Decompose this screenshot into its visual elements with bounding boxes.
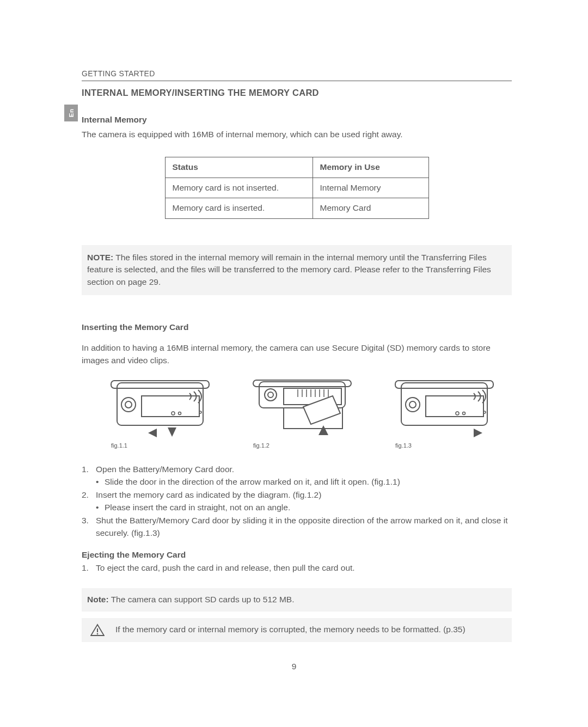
svg-point-27: [456, 412, 459, 415]
note2-text: The camera can support SD cards up to 51…: [109, 595, 295, 604]
warning-icon: [90, 624, 105, 637]
page-title: INTERNAL MEMORY/INSERTING THE MEMORY CAR…: [82, 87, 512, 100]
svg-marker-22: [318, 425, 328, 435]
note2-label: Note:: [87, 595, 109, 604]
svg-point-6: [199, 411, 201, 413]
section-header: GETTING STARTED: [82, 68, 512, 81]
note-box-2: Note: The camera can support SD cards up…: [82, 588, 512, 611]
ejecting-step: To eject the card, push the card in and …: [82, 562, 512, 574]
svg-point-26: [409, 401, 416, 408]
camera-diagram-icon: [109, 380, 211, 438]
step-sub: Please insert the card in straight, not …: [96, 502, 512, 514]
figure: fig.1.3: [393, 380, 495, 450]
figure-caption: fig.1.1: [109, 442, 127, 450]
svg-point-29: [483, 411, 486, 413]
svg-marker-30: [474, 429, 482, 437]
svg-point-25: [406, 398, 420, 412]
list-item: Shut the Battery/Memory Card door by sli…: [82, 515, 512, 539]
page-content: GETTING STARTED INTERNAL MEMORY/INSERTIN…: [0, 0, 588, 697]
table-row: Memory card is not inserted. Internal Me…: [165, 178, 428, 198]
camera-diagram-icon: [251, 380, 353, 438]
internal-memory-heading: Internal Memory: [82, 114, 512, 126]
svg-rect-23: [401, 383, 487, 425]
warning-text: If the memory card or internal memory is…: [115, 624, 465, 636]
page-number: 9: [0, 661, 588, 673]
list-item: Open the Battery/Memory Card door. Slide…: [82, 463, 512, 488]
figure: fig.1.1: [109, 380, 211, 450]
svg-point-12: [268, 392, 273, 398]
svg-marker-7: [148, 429, 157, 437]
note-label: NOTE:: [87, 253, 113, 262]
table-cell: Internal Memory: [313, 178, 428, 198]
svg-rect-1: [111, 381, 209, 388]
table-cell: Memory card is not inserted.: [165, 178, 313, 198]
table-header-status: Status: [165, 157, 313, 178]
step-text: Shut the Battery/Memory Card door by sli…: [96, 516, 507, 537]
svg-marker-8: [168, 427, 176, 437]
svg-rect-24: [395, 381, 493, 388]
svg-point-5: [179, 412, 181, 415]
table-header-memory: Memory in Use: [313, 157, 428, 178]
svg-rect-10: [253, 380, 351, 387]
camera-diagram-icon: [393, 380, 495, 438]
table-cell: Memory Card: [313, 198, 428, 218]
svg-point-11: [265, 389, 277, 401]
note-box: NOTE: The files stored in the internal m…: [82, 245, 512, 295]
step-text: Open the Battery/Memory Card door.: [96, 465, 234, 474]
list-item: Insert the memory card as indicated by t…: [82, 489, 512, 514]
step-text: Insert the memory card as indicated by t…: [96, 490, 321, 499]
svg-point-28: [463, 412, 465, 415]
warning-box: If the memory card or internal memory is…: [82, 618, 512, 642]
figure: fig.1.2: [251, 380, 353, 450]
svg-rect-0: [117, 383, 203, 425]
svg-point-2: [121, 398, 136, 412]
svg-point-4: [171, 412, 175, 415]
inserting-intro: In addition to having a 16MB internal me…: [82, 342, 512, 366]
table-cell: Memory card is inserted.: [165, 198, 313, 218]
svg-point-3: [125, 401, 132, 408]
svg-point-32: [97, 633, 99, 634]
table-row: Memory card is inserted. Memory Card: [165, 198, 428, 218]
figure-caption: fig.1.3: [393, 442, 412, 450]
note-text: The files stored in the internal memory …: [87, 253, 491, 286]
ejecting-heading: Ejecting the Memory Card: [82, 549, 512, 561]
memory-table: Status Memory in Use Memory card is not …: [165, 157, 429, 218]
inserting-steps: Open the Battery/Memory Card door. Slide…: [82, 463, 512, 539]
figure-caption: fig.1.2: [251, 442, 270, 450]
inserting-heading: Inserting the Memory Card: [82, 321, 512, 333]
internal-memory-body: The camera is equipped with 16MB of inte…: [82, 129, 512, 140]
figure-row: fig.1.1: [82, 380, 512, 450]
step-sub: Slide the door in the direction of the a…: [96, 476, 512, 488]
